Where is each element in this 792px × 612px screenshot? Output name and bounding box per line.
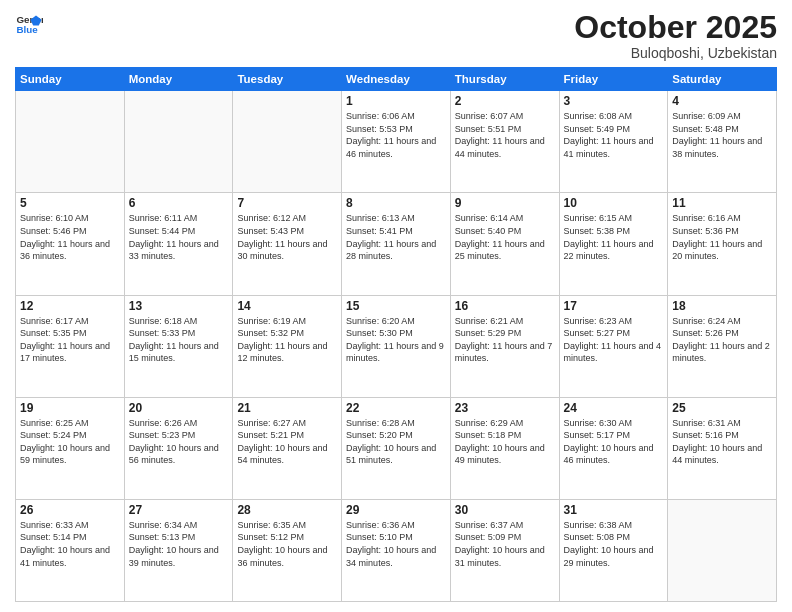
day-info: Sunrise: 6:08 AM Sunset: 5:49 PM Dayligh… (564, 110, 664, 160)
col-sunday: Sunday (16, 68, 125, 91)
day-number: 27 (129, 503, 229, 517)
day-info: Sunrise: 6:24 AM Sunset: 5:26 PM Dayligh… (672, 315, 772, 365)
day-info: Sunrise: 6:18 AM Sunset: 5:33 PM Dayligh… (129, 315, 229, 365)
calendar-cell: 9Sunrise: 6:14 AM Sunset: 5:40 PM Daylig… (450, 193, 559, 295)
calendar-cell: 24Sunrise: 6:30 AM Sunset: 5:17 PM Dayli… (559, 397, 668, 499)
day-number: 7 (237, 196, 337, 210)
calendar-cell: 15Sunrise: 6:20 AM Sunset: 5:30 PM Dayli… (342, 295, 451, 397)
day-number: 26 (20, 503, 120, 517)
calendar-table: Sunday Monday Tuesday Wednesday Thursday… (15, 67, 777, 602)
day-info: Sunrise: 6:13 AM Sunset: 5:41 PM Dayligh… (346, 212, 446, 262)
calendar-cell: 12Sunrise: 6:17 AM Sunset: 5:35 PM Dayli… (16, 295, 125, 397)
day-number: 3 (564, 94, 664, 108)
day-info: Sunrise: 6:29 AM Sunset: 5:18 PM Dayligh… (455, 417, 555, 467)
day-number: 24 (564, 401, 664, 415)
day-info: Sunrise: 6:31 AM Sunset: 5:16 PM Dayligh… (672, 417, 772, 467)
day-info: Sunrise: 6:37 AM Sunset: 5:09 PM Dayligh… (455, 519, 555, 569)
calendar-week-row: 26Sunrise: 6:33 AM Sunset: 5:14 PM Dayli… (16, 499, 777, 601)
day-info: Sunrise: 6:27 AM Sunset: 5:21 PM Dayligh… (237, 417, 337, 467)
day-info: Sunrise: 6:25 AM Sunset: 5:24 PM Dayligh… (20, 417, 120, 467)
logo-icon: General Blue (15, 10, 43, 38)
calendar-cell: 26Sunrise: 6:33 AM Sunset: 5:14 PM Dayli… (16, 499, 125, 601)
day-number: 10 (564, 196, 664, 210)
calendar-cell: 10Sunrise: 6:15 AM Sunset: 5:38 PM Dayli… (559, 193, 668, 295)
col-tuesday: Tuesday (233, 68, 342, 91)
day-info: Sunrise: 6:12 AM Sunset: 5:43 PM Dayligh… (237, 212, 337, 262)
day-number: 17 (564, 299, 664, 313)
calendar-cell: 25Sunrise: 6:31 AM Sunset: 5:16 PM Dayli… (668, 397, 777, 499)
calendar-cell: 13Sunrise: 6:18 AM Sunset: 5:33 PM Dayli… (124, 295, 233, 397)
day-number: 4 (672, 94, 772, 108)
col-wednesday: Wednesday (342, 68, 451, 91)
calendar-header-row: Sunday Monday Tuesday Wednesday Thursday… (16, 68, 777, 91)
day-info: Sunrise: 6:36 AM Sunset: 5:10 PM Dayligh… (346, 519, 446, 569)
day-number: 8 (346, 196, 446, 210)
day-number: 15 (346, 299, 446, 313)
day-number: 12 (20, 299, 120, 313)
calendar-cell: 16Sunrise: 6:21 AM Sunset: 5:29 PM Dayli… (450, 295, 559, 397)
day-info: Sunrise: 6:20 AM Sunset: 5:30 PM Dayligh… (346, 315, 446, 365)
day-number: 30 (455, 503, 555, 517)
day-number: 18 (672, 299, 772, 313)
day-info: Sunrise: 6:11 AM Sunset: 5:44 PM Dayligh… (129, 212, 229, 262)
day-number: 1 (346, 94, 446, 108)
calendar-week-row: 5Sunrise: 6:10 AM Sunset: 5:46 PM Daylig… (16, 193, 777, 295)
day-number: 2 (455, 94, 555, 108)
day-info: Sunrise: 6:33 AM Sunset: 5:14 PM Dayligh… (20, 519, 120, 569)
calendar-cell: 17Sunrise: 6:23 AM Sunset: 5:27 PM Dayli… (559, 295, 668, 397)
day-info: Sunrise: 6:16 AM Sunset: 5:36 PM Dayligh… (672, 212, 772, 262)
svg-text:Blue: Blue (16, 24, 38, 35)
day-number: 31 (564, 503, 664, 517)
day-number: 9 (455, 196, 555, 210)
calendar-cell (16, 91, 125, 193)
day-info: Sunrise: 6:30 AM Sunset: 5:17 PM Dayligh… (564, 417, 664, 467)
calendar-cell: 7Sunrise: 6:12 AM Sunset: 5:43 PM Daylig… (233, 193, 342, 295)
calendar-cell: 3Sunrise: 6:08 AM Sunset: 5:49 PM Daylig… (559, 91, 668, 193)
col-friday: Friday (559, 68, 668, 91)
calendar-cell: 18Sunrise: 6:24 AM Sunset: 5:26 PM Dayli… (668, 295, 777, 397)
calendar-cell: 14Sunrise: 6:19 AM Sunset: 5:32 PM Dayli… (233, 295, 342, 397)
calendar-cell (668, 499, 777, 601)
day-number: 22 (346, 401, 446, 415)
calendar-cell: 29Sunrise: 6:36 AM Sunset: 5:10 PM Dayli… (342, 499, 451, 601)
calendar-cell: 23Sunrise: 6:29 AM Sunset: 5:18 PM Dayli… (450, 397, 559, 499)
calendar-cell: 6Sunrise: 6:11 AM Sunset: 5:44 PM Daylig… (124, 193, 233, 295)
day-number: 16 (455, 299, 555, 313)
col-thursday: Thursday (450, 68, 559, 91)
calendar-cell: 28Sunrise: 6:35 AM Sunset: 5:12 PM Dayli… (233, 499, 342, 601)
calendar-cell: 1Sunrise: 6:06 AM Sunset: 5:53 PM Daylig… (342, 91, 451, 193)
title-block: October 2025 Buloqboshi, Uzbekistan (574, 10, 777, 61)
day-info: Sunrise: 6:15 AM Sunset: 5:38 PM Dayligh… (564, 212, 664, 262)
day-number: 25 (672, 401, 772, 415)
calendar-cell (233, 91, 342, 193)
day-info: Sunrise: 6:21 AM Sunset: 5:29 PM Dayligh… (455, 315, 555, 365)
day-info: Sunrise: 6:17 AM Sunset: 5:35 PM Dayligh… (20, 315, 120, 365)
logo: General Blue (15, 10, 43, 38)
calendar-cell: 8Sunrise: 6:13 AM Sunset: 5:41 PM Daylig… (342, 193, 451, 295)
day-number: 14 (237, 299, 337, 313)
day-number: 11 (672, 196, 772, 210)
calendar-cell: 4Sunrise: 6:09 AM Sunset: 5:48 PM Daylig… (668, 91, 777, 193)
calendar-cell: 27Sunrise: 6:34 AM Sunset: 5:13 PM Dayli… (124, 499, 233, 601)
day-info: Sunrise: 6:10 AM Sunset: 5:46 PM Dayligh… (20, 212, 120, 262)
day-info: Sunrise: 6:06 AM Sunset: 5:53 PM Dayligh… (346, 110, 446, 160)
day-info: Sunrise: 6:09 AM Sunset: 5:48 PM Dayligh… (672, 110, 772, 160)
day-info: Sunrise: 6:35 AM Sunset: 5:12 PM Dayligh… (237, 519, 337, 569)
subtitle: Buloqboshi, Uzbekistan (574, 45, 777, 61)
day-info: Sunrise: 6:14 AM Sunset: 5:40 PM Dayligh… (455, 212, 555, 262)
calendar-cell: 31Sunrise: 6:38 AM Sunset: 5:08 PM Dayli… (559, 499, 668, 601)
day-info: Sunrise: 6:07 AM Sunset: 5:51 PM Dayligh… (455, 110, 555, 160)
page: General Blue October 2025 Buloqboshi, Uz… (0, 0, 792, 612)
calendar-week-row: 12Sunrise: 6:17 AM Sunset: 5:35 PM Dayli… (16, 295, 777, 397)
day-number: 5 (20, 196, 120, 210)
header: General Blue October 2025 Buloqboshi, Uz… (15, 10, 777, 61)
calendar-cell: 19Sunrise: 6:25 AM Sunset: 5:24 PM Dayli… (16, 397, 125, 499)
calendar-cell: 11Sunrise: 6:16 AM Sunset: 5:36 PM Dayli… (668, 193, 777, 295)
calendar-week-row: 19Sunrise: 6:25 AM Sunset: 5:24 PM Dayli… (16, 397, 777, 499)
calendar-cell: 30Sunrise: 6:37 AM Sunset: 5:09 PM Dayli… (450, 499, 559, 601)
col-monday: Monday (124, 68, 233, 91)
day-info: Sunrise: 6:23 AM Sunset: 5:27 PM Dayligh… (564, 315, 664, 365)
day-info: Sunrise: 6:34 AM Sunset: 5:13 PM Dayligh… (129, 519, 229, 569)
day-info: Sunrise: 6:19 AM Sunset: 5:32 PM Dayligh… (237, 315, 337, 365)
col-saturday: Saturday (668, 68, 777, 91)
